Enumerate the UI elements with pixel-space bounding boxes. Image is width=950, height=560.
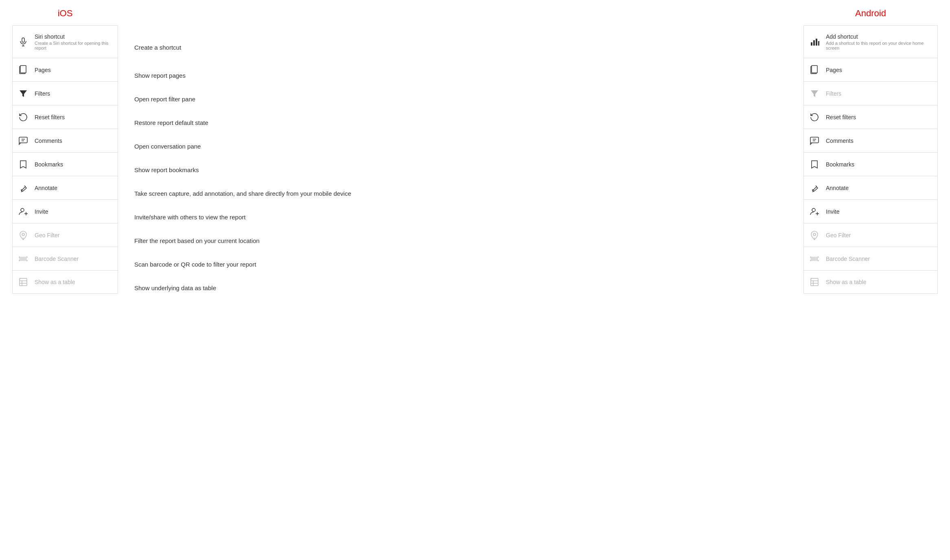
middle-description-1: Show report pages xyxy=(134,63,787,87)
menu-item-label-comments: Comments xyxy=(35,138,62,144)
svg-rect-5 xyxy=(19,137,27,143)
comments-icon xyxy=(18,136,29,146)
middle-description-4: Open conversation pane xyxy=(134,134,787,158)
svg-point-41 xyxy=(812,190,813,190)
svg-rect-32 xyxy=(811,42,812,46)
filter-icon xyxy=(809,89,820,98)
mic-icon xyxy=(18,37,29,47)
menu-item-label-annotate: Annotate xyxy=(35,185,57,191)
android-title: Android xyxy=(803,8,938,19)
menu-item-annotate[interactable]: Annotate xyxy=(803,176,938,199)
geo-icon xyxy=(18,230,29,240)
menu-item-label-add-shortcut: Add shortcut xyxy=(826,33,932,40)
menu-item-label-pages: Pages xyxy=(35,67,51,73)
reset-icon xyxy=(18,112,29,122)
menu-item-add-shortcut[interactable]: Add shortcutAdd a shortcut to this repor… xyxy=(803,25,938,58)
menu-item-geo-filter: Geo Filter xyxy=(12,223,118,247)
menu-item-barcode-scanner: Barcode Scanner xyxy=(803,247,938,270)
comments-icon xyxy=(809,136,820,146)
menu-item-pages[interactable]: Pages xyxy=(803,58,938,81)
invite-icon xyxy=(809,207,820,217)
menu-item-filters[interactable]: Filters xyxy=(12,81,118,105)
menu-item-invite[interactable]: Invite xyxy=(12,199,118,223)
table-icon xyxy=(809,277,820,287)
menu-item-sublabel-add-shortcut: Add a shortcut to this report on your de… xyxy=(826,41,932,50)
svg-rect-33 xyxy=(813,40,815,46)
menu-item-barcode-scanner: Barcode Scanner xyxy=(12,247,118,270)
menu-item-invite[interactable]: Invite xyxy=(803,199,938,223)
menu-item-label-reset-filters: Reset filters xyxy=(826,114,856,120)
menu-item-bookmarks[interactable]: Bookmarks xyxy=(803,152,938,176)
menu-item-label-geo-filter: Geo Filter xyxy=(826,232,851,238)
menu-item-label-barcode-scanner: Barcode Scanner xyxy=(35,256,79,262)
menu-item-siri-shortcut[interactable]: Siri shortcutCreate a Siri shortcut for … xyxy=(12,25,118,58)
menu-item-label-show-as-table: Show as a table xyxy=(35,279,75,285)
svg-point-42 xyxy=(812,208,815,212)
menu-item-label-barcode-scanner: Barcode Scanner xyxy=(826,256,870,262)
middle-description-0: Create a shortcut xyxy=(134,31,787,63)
barcode-icon xyxy=(809,254,820,264)
menu-item-reset-filters[interactable]: Reset filters xyxy=(803,105,938,129)
menu-item-label-bookmarks: Bookmarks xyxy=(826,161,854,168)
ios-title: iOS xyxy=(12,8,118,19)
annotate-icon xyxy=(18,183,29,193)
svg-point-45 xyxy=(813,233,816,236)
menu-item-comments[interactable]: Comments xyxy=(803,129,938,152)
geo-icon xyxy=(809,230,820,240)
menu-item-bookmarks[interactable]: Bookmarks xyxy=(12,152,118,176)
middle-description-5: Show report bookmarks xyxy=(134,158,787,182)
svg-rect-35 xyxy=(818,41,819,46)
android-column: Android Add shortcutAdd a shortcut to th… xyxy=(803,8,938,300)
middle-description-7: Invite/share with others to view the rep… xyxy=(134,205,787,229)
svg-rect-61 xyxy=(811,278,818,286)
middle-description-2: Open report filter pane xyxy=(134,87,787,111)
filter-icon xyxy=(18,89,29,98)
menu-item-label-pages: Pages xyxy=(826,67,842,73)
columns-wrapper: iOS Siri shortcutCreate a Siri shortcut … xyxy=(12,8,938,300)
menu-item-label-show-as-table: Show as a table xyxy=(826,279,867,285)
table-icon xyxy=(18,277,29,287)
menu-item-sublabel-siri-shortcut: Create a Siri shortcut for opening this … xyxy=(35,41,113,50)
middle-description-3: Restore report default state xyxy=(134,111,787,134)
page: iOS Siri shortcutCreate a Siri shortcut … xyxy=(0,0,950,560)
svg-rect-37 xyxy=(812,66,817,73)
svg-point-12 xyxy=(22,233,24,236)
invite-icon xyxy=(18,207,29,217)
menu-item-label-invite: Invite xyxy=(826,208,839,215)
menu-item-label-bookmarks: Bookmarks xyxy=(35,161,63,168)
menu-item-label-siri-shortcut: Siri shortcut xyxy=(35,33,113,40)
svg-rect-4 xyxy=(20,66,26,73)
svg-point-9 xyxy=(21,208,24,212)
android-menu: Add shortcutAdd a shortcut to this repor… xyxy=(803,25,938,294)
svg-rect-0 xyxy=(22,38,24,42)
menu-item-label-comments: Comments xyxy=(826,138,854,144)
reset-icon xyxy=(809,112,820,122)
middle-description-9: Scan barcode or QR code to filter your r… xyxy=(134,252,787,276)
menu-item-pages[interactable]: Pages xyxy=(12,58,118,81)
middle-description-10: Show underlying data as table xyxy=(134,276,787,300)
barcode-icon xyxy=(18,254,29,264)
menu-item-label-filters: Filters xyxy=(35,90,50,97)
menu-item-comments[interactable]: Comments xyxy=(12,129,118,152)
middle-column: Create a shortcutShow report pagesOpen r… xyxy=(118,8,803,300)
svg-rect-34 xyxy=(816,39,817,46)
ios-column: iOS Siri shortcutCreate a Siri shortcut … xyxy=(12,8,118,300)
svg-rect-28 xyxy=(20,278,27,286)
menu-item-label-reset-filters: Reset filters xyxy=(35,114,65,120)
pages-icon xyxy=(18,65,29,75)
annotate-icon xyxy=(809,183,820,193)
menu-item-filters: Filters xyxy=(803,81,938,105)
bookmark-icon xyxy=(18,160,29,169)
middle-description-6: Take screen capture, add annotation, and… xyxy=(134,182,787,205)
ios-menu: Siri shortcutCreate a Siri shortcut for … xyxy=(12,25,118,294)
middle-description-8: Filter the report based on your current … xyxy=(134,229,787,252)
menu-item-reset-filters[interactable]: Reset filters xyxy=(12,105,118,129)
menu-item-show-as-table: Show as a table xyxy=(803,270,938,294)
menu-item-annotate[interactable]: Annotate xyxy=(12,176,118,199)
pages-icon xyxy=(809,65,820,75)
menu-item-show-as-table: Show as a table xyxy=(12,270,118,294)
svg-point-8 xyxy=(21,190,22,190)
bookmark-icon xyxy=(809,160,820,169)
svg-rect-38 xyxy=(810,137,819,143)
chart-icon xyxy=(809,37,820,47)
